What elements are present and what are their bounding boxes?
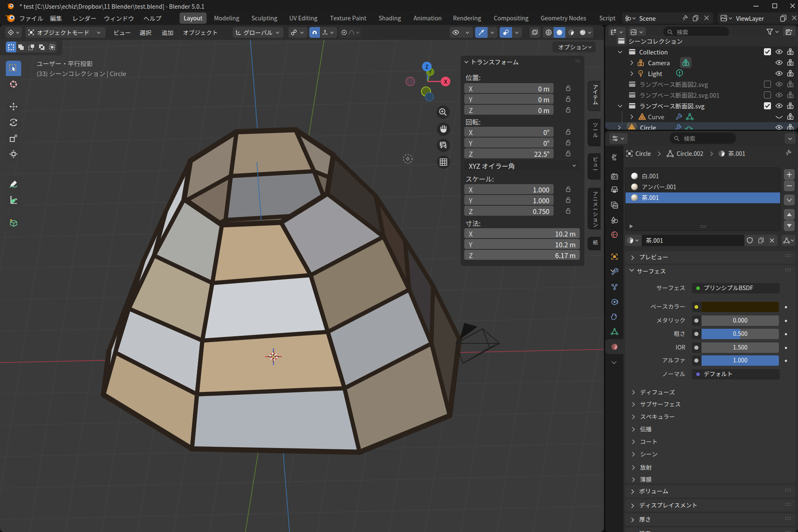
svg-text:Z: Z — [425, 62, 429, 70]
svg-text:X: X — [443, 77, 447, 85]
